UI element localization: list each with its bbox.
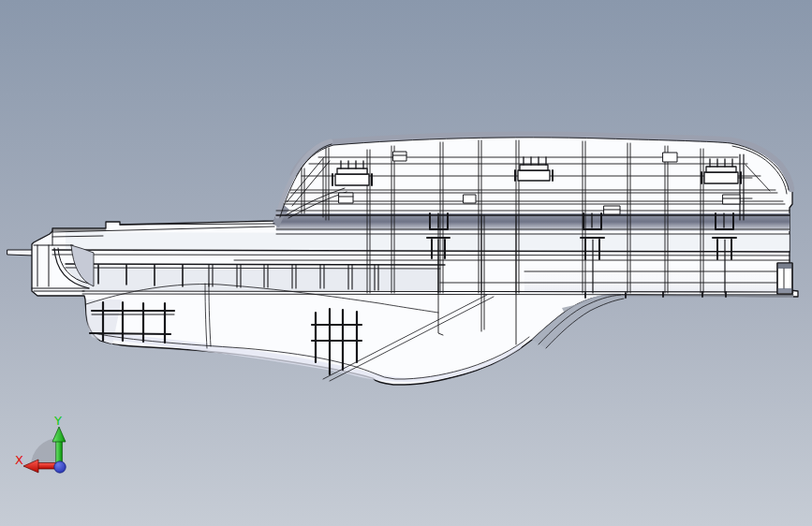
cad-viewport[interactable]: X Y (0, 0, 812, 526)
right-end-cap[interactable] (777, 263, 792, 294)
y-axis-label: Y (53, 414, 62, 428)
z-axis-ball[interactable] (54, 461, 66, 473)
x-axis-label: X (15, 453, 23, 467)
viewport-canvas[interactable]: X Y (0, 0, 812, 526)
model-front-rod[interactable] (7, 250, 34, 256)
